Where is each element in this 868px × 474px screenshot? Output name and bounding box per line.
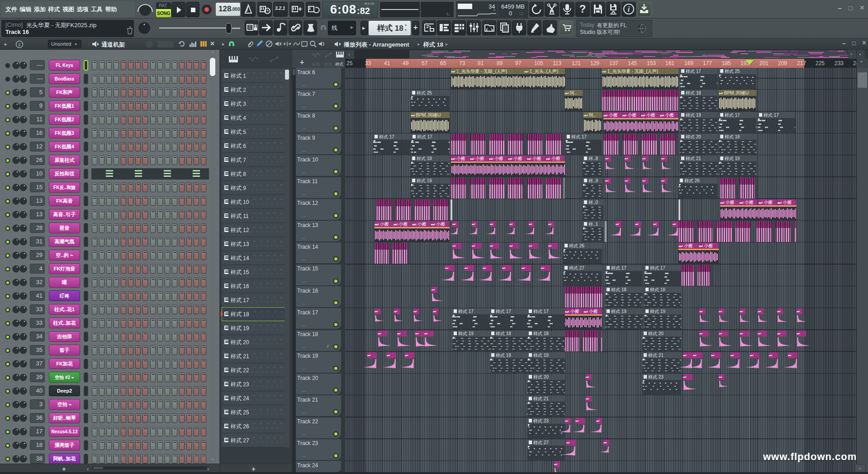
svg-text:?: ? — [579, 3, 586, 15]
svg-text:5: 5 — [18, 43, 20, 47]
svg-text:i: i — [628, 5, 630, 13]
